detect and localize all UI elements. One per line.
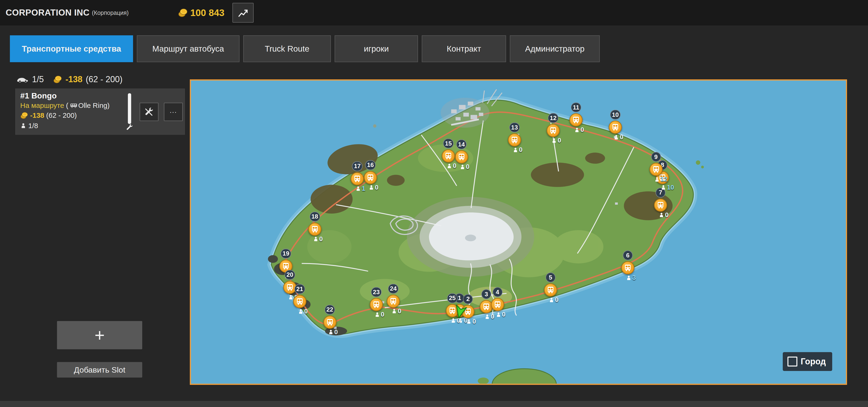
tab-bus-route[interactable]: Маршрут автобуса [137,35,240,62]
vehicle-route-line: На маршруте ( Olle Ring ) [20,101,110,109]
passenger-icon [20,123,26,129]
bus-stop-icon[interactable] [387,295,400,308]
vehicle-income-range: (62 - 200) [46,112,77,119]
bus-stop-icon[interactable] [455,150,468,163]
island-map[interactable]: 1020304050637081091210011012013014015016… [190,80,847,385]
stop-number-badge: 3 [481,289,491,299]
stop-passenger-count: 0 [298,308,308,315]
bus-stop-icon[interactable] [364,171,377,184]
stop-number-badge: 2 [463,294,473,304]
vehicle-income: -138 [30,112,44,119]
stop-passenger-count: 1 [355,185,365,192]
stop-number-badge: 25 [447,293,458,303]
add-slot-label: Добавить Slot [74,365,125,375]
stop-passenger-count: 10 [660,184,674,191]
bus-stop-icon[interactable] [293,295,306,308]
stop-number-badge: 22 [324,305,335,315]
corporation-suffix: (Корпорация) [92,9,129,16]
person-icon [466,319,472,324]
stop-passenger-count: 12 [654,176,668,183]
stop-passenger-count: 0 [466,318,476,325]
stop-passenger-count: 0 [551,137,561,144]
bus-stop-icon[interactable] [323,316,337,329]
tab-contract[interactable]: Контракт [422,35,506,62]
stop-number-badge: 18 [309,212,320,222]
person-icon [485,314,490,320]
vehicle-status: На маршруте [20,101,64,109]
stop-passenger-count: 0 [328,328,338,336]
stop-number-badge: 5 [546,273,556,282]
person-icon [659,212,664,218]
stops-layer: 1020304050637081091210011012013014015016… [191,81,846,384]
tab-players[interactable]: игроки [335,35,418,62]
bus-stop-icon[interactable] [654,198,667,212]
vehicle-scrollbar[interactable] [128,93,131,124]
stop-number-badge: 14 [456,139,467,149]
stop-passenger-count: 0 [485,313,494,320]
stop-number-badge: 24 [388,284,399,294]
add-slot-button[interactable]: Добавить Slot [57,362,142,378]
vehicle-repair-button[interactable] [140,103,158,121]
stop-passenger-count: 0 [513,146,523,154]
bus-icon [70,103,77,108]
vehicle-route-name: Olle Ring [78,101,107,109]
bus-stop-icon[interactable] [544,283,557,296]
city-toggle[interactable]: Город [783,352,832,371]
coin-icon [178,8,188,18]
bus-stop-icon[interactable] [621,261,634,274]
stop-number-badge: 23 [371,287,382,297]
bus-stop-icon[interactable] [569,113,583,126]
bus-stop-icon[interactable] [370,298,383,311]
bus-stop-icon[interactable] [547,124,560,137]
top-bar: CORPORATION INC (Корпорация) 100 843 [0,0,868,26]
tab-truck-route[interactable]: Truck Route [243,35,331,62]
vehicle-passengers-line: 1/8 [20,122,38,130]
person-icon [574,127,580,133]
person-icon [654,177,660,182]
city-toggle-label: Город [801,356,826,367]
stop-passenger-count: 0 [313,236,323,243]
add-vehicle-button[interactable]: + [57,321,142,349]
fleet-income: -138 [65,74,83,84]
corporation-name: CORPORATION INC [6,8,90,18]
car-icon [17,76,29,83]
person-icon [460,164,465,170]
chart-icon [237,7,249,19]
bus-stop-icon[interactable] [442,149,455,162]
fleet-income-range: (62 - 200) [86,74,122,84]
person-icon [288,294,293,300]
person-icon [446,163,452,169]
tab-vehicles[interactable]: Транспортные средства [10,35,133,62]
stop-number-badge: 6 [623,250,633,260]
game-screen: CORPORATION INC (Корпорация) 100 843 Тра… [0,0,868,407]
stop-passenger-count: 0 [374,311,384,318]
stop-number-badge: 21 [294,284,305,294]
person-icon [614,134,619,140]
vehicle-card[interactable]: #1 Bongo На маршруте ( Olle Ring ) -138 … [16,89,185,134]
bus-stop-icon[interactable] [649,163,663,176]
bus-stop-icon[interactable] [480,300,493,313]
tools-icon [144,106,154,117]
person-icon [451,318,456,323]
city-checkbox[interactable] [787,356,797,367]
bus-stop-icon[interactable] [351,172,364,185]
bus-stop-icon[interactable] [508,133,521,147]
bus-stop-icon[interactable] [491,298,504,311]
stop-number-badge: 15 [443,138,454,148]
person-icon [496,312,501,317]
finance-chart-button[interactable] [232,3,254,23]
person-icon [313,236,319,242]
coin-icon [20,112,28,119]
bus-stop-icon[interactable] [308,223,321,236]
stop-passenger-count: 0 [659,212,669,219]
wrench-icon [125,123,134,132]
tab-admin[interactable]: Администратор [510,35,600,62]
stop-passenger-count: 0 [460,163,470,170]
person-icon [626,275,631,281]
stop-passenger-count: 0 [496,311,505,318]
stop-number-badge: 9 [651,152,661,162]
bus-stop-icon[interactable] [609,121,622,134]
vehicle-more-button[interactable]: ... [164,103,183,121]
route-paren-close: ) [107,101,110,109]
person-icon [660,185,666,190]
